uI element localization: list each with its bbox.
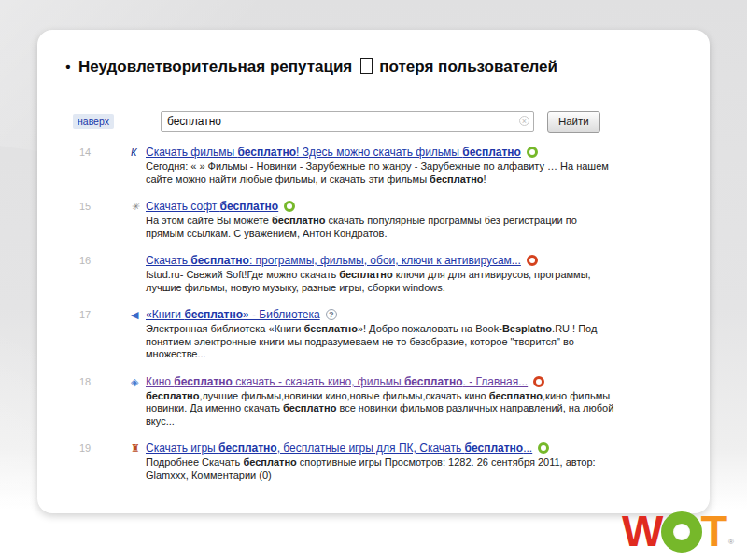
result-number: 19 bbox=[79, 441, 131, 482]
result-snippet: fstud.ru- Свежий Soft!Где можно скачать … bbox=[146, 269, 617, 294]
wot-rating-icon[interactable] bbox=[533, 376, 544, 387]
result-body: Кино бесплатно скачать - скачать кино, ф… bbox=[146, 375, 617, 428]
search-result-row: 18 ◈ Кино бесплатно скачать - скачать ки… bbox=[79, 375, 710, 428]
result-number: 16 bbox=[79, 254, 131, 294]
result-snippet: Электронная библиотека «Книги бесплатно»… bbox=[146, 323, 617, 361]
wot-logo-letter-t: T bbox=[700, 509, 727, 553]
search-result-row: 14 К Скачать фильмы бесплатно! Здесь мож… bbox=[79, 146, 710, 186]
search-bar: наверх × Найти bbox=[37, 110, 710, 133]
site-favicon: ◀ bbox=[131, 308, 146, 361]
result-title-link[interactable]: «Книги бесплатно» - Библиотека bbox=[146, 308, 320, 321]
search-input-wrap: × bbox=[161, 111, 534, 132]
result-title-line: Кино бесплатно скачать - скачать кино, ф… bbox=[146, 375, 617, 388]
result-body: Скачать фильмы бесплатно! Здесь можно ск… bbox=[146, 146, 617, 186]
result-title-link[interactable]: Скачать игры бесплатно, бесплатные игры … bbox=[146, 441, 532, 455]
clear-search-icon[interactable]: × bbox=[519, 116, 529, 126]
wot-rating-icon[interactable] bbox=[538, 442, 549, 454]
result-body: Скачать игры бесплатно, бесплатные игры … bbox=[146, 441, 617, 482]
result-title-link[interactable]: Скачать фильмы бесплатно! Здесь можно ск… bbox=[146, 146, 521, 159]
slide-title-text-before: Неудовлетворительная репутация bbox=[78, 58, 352, 76]
wot-logo-letter-w: W bbox=[622, 509, 660, 553]
slide: { "colors":{ "link":"#2036a8", "visited"… bbox=[0, 0, 747, 560]
search-results-screenshot: наверх × Найти 14 К Скачать фильмы беспл… bbox=[37, 110, 710, 496]
wot-rating-icon[interactable] bbox=[527, 255, 538, 266]
back-to-top-link[interactable]: наверх bbox=[73, 114, 114, 129]
result-title-line: Скачать бесплатно: программы, фильмы, об… bbox=[146, 254, 617, 267]
result-number: 14 bbox=[79, 146, 131, 186]
search-result-row: 19 ♜ Скачать игры бесплатно, бесплатные … bbox=[79, 441, 710, 482]
result-number: 15 bbox=[79, 200, 131, 240]
slide-title-text-after: потеря пользователей bbox=[379, 58, 557, 76]
result-number: 18 bbox=[79, 375, 131, 428]
wot-rating-icon[interactable] bbox=[527, 147, 538, 158]
results-list: 14 К Скачать фильмы бесплатно! Здесь мож… bbox=[37, 146, 710, 482]
result-title-line: Скачать игры бесплатно, бесплатные игры … bbox=[146, 441, 617, 455]
search-input[interactable] bbox=[161, 111, 534, 132]
result-title-link[interactable]: Скачать софт бесплатно bbox=[146, 200, 278, 213]
search-result-row: 15 ✳ Скачать софт бесплатно На этом сайт… bbox=[79, 200, 710, 240]
result-title-link[interactable]: Скачать бесплатно: программы, фильмы, об… bbox=[146, 254, 521, 267]
site-favicon: ✳ bbox=[131, 200, 146, 240]
result-snippet: Сегодня: « » Фильмы - Новинки - Зарубежн… bbox=[146, 161, 617, 186]
missing-glyph-box bbox=[360, 58, 373, 74]
wot-rating-icon[interactable]: ? bbox=[326, 309, 337, 320]
result-title-line: Скачать фильмы бесплатно! Здесь можно ск… bbox=[146, 146, 617, 159]
result-snippet: бесплатно,лучшие фильмы,новинки кино,нов… bbox=[146, 390, 617, 428]
result-number: 17 bbox=[79, 308, 131, 361]
search-result-row: 16 Скачать бесплатно: программы, фильмы,… bbox=[79, 254, 710, 294]
site-favicon: ◈ bbox=[131, 375, 146, 428]
result-title-line: Скачать софт бесплатно bbox=[146, 200, 617, 213]
result-title-link[interactable]: Кино бесплатно скачать - скачать кино, ф… bbox=[146, 375, 528, 388]
result-body: Скачать софт бесплатно На этом сайте Вы … bbox=[146, 200, 617, 240]
site-favicon: ♜ bbox=[131, 441, 146, 482]
wot-logo: W T ® bbox=[622, 509, 734, 553]
search-result-row: 17 ◀ «Книги бесплатно» - Библиотека ? Эл… bbox=[79, 308, 710, 361]
wot-rating-icon[interactable] bbox=[284, 201, 295, 212]
result-title-line: «Книги бесплатно» - Библиотека ? bbox=[146, 308, 617, 321]
site-favicon bbox=[131, 254, 146, 294]
result-body: Скачать бесплатно: программы, фильмы, об… bbox=[146, 254, 617, 294]
result-body: «Книги бесплатно» - Библиотека ? Электро… bbox=[146, 308, 617, 361]
result-snippet: На этом сайте Вы можете бесплатно скачат… bbox=[146, 215, 617, 240]
wot-logo-ring-icon bbox=[661, 511, 702, 553]
site-favicon: К bbox=[131, 146, 146, 186]
bullet-marker: • bbox=[58, 59, 78, 75]
content-card: •Неудовлетворительная репутацияпотеря по… bbox=[37, 30, 710, 513]
result-snippet: Подробнее Скачать бесплатно спортивные и… bbox=[146, 456, 617, 482]
search-button[interactable]: Найти bbox=[547, 111, 600, 133]
registered-trademark: ® bbox=[728, 538, 734, 546]
slide-title: •Неудовлетворительная репутацияпотеря по… bbox=[58, 58, 695, 77]
